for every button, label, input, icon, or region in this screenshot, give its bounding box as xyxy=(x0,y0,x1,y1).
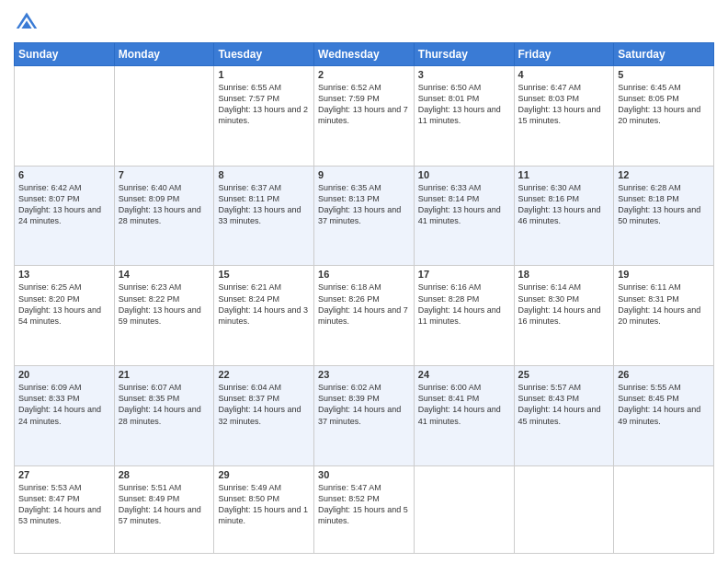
page: SundayMondayTuesdayWednesdayThursdayFrid… xyxy=(0,0,728,563)
day-info: Sunrise: 6:09 AM Sunset: 8:33 PM Dayligh… xyxy=(18,382,110,427)
day-info: Sunrise: 6:18 AM Sunset: 8:26 PM Dayligh… xyxy=(318,282,410,327)
calendar-cell: 7Sunrise: 6:40 AM Sunset: 8:09 PM Daylig… xyxy=(114,166,214,266)
day-number: 8 xyxy=(218,169,310,180)
day-number: 27 xyxy=(18,469,110,480)
calendar-cell: 13Sunrise: 6:25 AM Sunset: 8:20 PM Dayli… xyxy=(15,266,115,366)
day-number: 1 xyxy=(218,69,310,80)
header-day-tuesday: Tuesday xyxy=(214,43,314,66)
calendar-cell: 8Sunrise: 6:37 AM Sunset: 8:11 PM Daylig… xyxy=(214,166,314,266)
calendar-cell xyxy=(414,465,514,553)
calendar-cell: 22Sunrise: 6:04 AM Sunset: 8:37 PM Dayli… xyxy=(214,366,314,466)
day-info: Sunrise: 6:50 AM Sunset: 8:01 PM Dayligh… xyxy=(418,82,510,127)
day-info: Sunrise: 6:42 AM Sunset: 8:07 PM Dayligh… xyxy=(18,182,110,227)
header xyxy=(14,9,714,35)
day-number: 9 xyxy=(318,169,410,180)
day-info: Sunrise: 6:33 AM Sunset: 8:14 PM Dayligh… xyxy=(418,182,510,227)
calendar-cell: 9Sunrise: 6:35 AM Sunset: 8:13 PM Daylig… xyxy=(314,166,415,266)
calendar-cell: 19Sunrise: 6:11 AM Sunset: 8:31 PM Dayli… xyxy=(614,266,714,366)
day-number: 13 xyxy=(18,269,110,280)
calendar-cell: 30Sunrise: 5:47 AM Sunset: 8:52 PM Dayli… xyxy=(314,465,415,553)
day-number: 7 xyxy=(119,169,210,180)
day-number: 18 xyxy=(518,269,610,280)
day-number: 11 xyxy=(518,169,610,180)
calendar-cell: 12Sunrise: 6:28 AM Sunset: 8:18 PM Dayli… xyxy=(614,166,714,266)
day-number: 21 xyxy=(119,369,210,380)
day-number: 16 xyxy=(318,269,410,280)
day-info: Sunrise: 6:14 AM Sunset: 8:30 PM Dayligh… xyxy=(518,282,610,327)
day-number: 2 xyxy=(318,69,410,80)
calendar-cell: 20Sunrise: 6:09 AM Sunset: 8:33 PM Dayli… xyxy=(15,366,115,466)
calendar-header: SundayMondayTuesdayWednesdayThursdayFrid… xyxy=(15,43,714,66)
day-info: Sunrise: 6:30 AM Sunset: 8:16 PM Dayligh… xyxy=(518,182,610,227)
calendar-body: 1Sunrise: 6:55 AM Sunset: 7:57 PM Daylig… xyxy=(15,66,714,554)
week-row-2: 6Sunrise: 6:42 AM Sunset: 8:07 PM Daylig… xyxy=(15,166,714,266)
day-number: 24 xyxy=(418,369,510,380)
calendar-cell xyxy=(514,465,614,553)
calendar-cell xyxy=(15,66,115,167)
calendar-cell: 29Sunrise: 5:49 AM Sunset: 8:50 PM Dayli… xyxy=(214,465,314,553)
week-row-1: 1Sunrise: 6:55 AM Sunset: 7:57 PM Daylig… xyxy=(15,66,714,167)
logo xyxy=(14,9,43,35)
day-info: Sunrise: 6:23 AM Sunset: 8:22 PM Dayligh… xyxy=(119,282,210,327)
day-number: 30 xyxy=(318,469,410,480)
day-number: 12 xyxy=(618,169,710,180)
day-number: 28 xyxy=(119,469,210,480)
week-row-4: 20Sunrise: 6:09 AM Sunset: 8:33 PM Dayli… xyxy=(15,366,714,466)
day-info: Sunrise: 5:55 AM Sunset: 8:45 PM Dayligh… xyxy=(618,382,710,427)
calendar-cell: 1Sunrise: 6:55 AM Sunset: 7:57 PM Daylig… xyxy=(214,66,314,167)
day-info: Sunrise: 6:00 AM Sunset: 8:41 PM Dayligh… xyxy=(418,382,510,427)
header-day-thursday: Thursday xyxy=(414,43,514,66)
day-info: Sunrise: 5:51 AM Sunset: 8:49 PM Dayligh… xyxy=(119,482,210,527)
calendar-cell: 2Sunrise: 6:52 AM Sunset: 7:59 PM Daylig… xyxy=(314,66,415,167)
day-info: Sunrise: 6:07 AM Sunset: 8:35 PM Dayligh… xyxy=(119,382,210,427)
calendar-cell: 16Sunrise: 6:18 AM Sunset: 8:26 PM Dayli… xyxy=(314,266,415,366)
day-info: Sunrise: 6:45 AM Sunset: 8:05 PM Dayligh… xyxy=(618,82,710,127)
day-number: 15 xyxy=(218,269,310,280)
day-number: 23 xyxy=(318,369,410,380)
calendar-cell: 5Sunrise: 6:45 AM Sunset: 8:05 PM Daylig… xyxy=(614,66,714,167)
calendar-cell xyxy=(614,465,714,553)
header-day-sunday: Sunday xyxy=(15,43,115,66)
logo-icon xyxy=(14,9,40,35)
day-info: Sunrise: 5:49 AM Sunset: 8:50 PM Dayligh… xyxy=(218,482,310,527)
calendar-cell: 25Sunrise: 5:57 AM Sunset: 8:43 PM Dayli… xyxy=(514,366,614,466)
day-number: 3 xyxy=(418,69,510,80)
day-number: 4 xyxy=(518,69,610,80)
day-info: Sunrise: 5:53 AM Sunset: 8:47 PM Dayligh… xyxy=(18,482,110,527)
day-number: 6 xyxy=(18,169,110,180)
header-day-friday: Friday xyxy=(514,43,614,66)
calendar-cell: 10Sunrise: 6:33 AM Sunset: 8:14 PM Dayli… xyxy=(414,166,514,266)
calendar-cell: 4Sunrise: 6:47 AM Sunset: 8:03 PM Daylig… xyxy=(514,66,614,167)
day-number: 29 xyxy=(218,469,310,480)
day-number: 5 xyxy=(618,69,710,80)
day-number: 19 xyxy=(618,269,710,280)
calendar-cell: 21Sunrise: 6:07 AM Sunset: 8:35 PM Dayli… xyxy=(114,366,214,466)
week-row-5: 27Sunrise: 5:53 AM Sunset: 8:47 PM Dayli… xyxy=(15,465,714,553)
calendar-cell: 17Sunrise: 6:16 AM Sunset: 8:28 PM Dayli… xyxy=(414,266,514,366)
calendar-cell: 3Sunrise: 6:50 AM Sunset: 8:01 PM Daylig… xyxy=(414,66,514,167)
day-info: Sunrise: 6:02 AM Sunset: 8:39 PM Dayligh… xyxy=(318,382,410,427)
calendar-cell xyxy=(114,66,214,167)
day-info: Sunrise: 6:47 AM Sunset: 8:03 PM Dayligh… xyxy=(518,82,610,127)
day-info: Sunrise: 5:47 AM Sunset: 8:52 PM Dayligh… xyxy=(318,482,410,527)
header-day-wednesday: Wednesday xyxy=(314,43,415,66)
header-day-monday: Monday xyxy=(114,43,214,66)
day-number: 22 xyxy=(218,369,310,380)
calendar-table: SundayMondayTuesdayWednesdayThursdayFrid… xyxy=(14,42,714,554)
day-number: 25 xyxy=(518,369,610,380)
calendar-cell: 28Sunrise: 5:51 AM Sunset: 8:49 PM Dayli… xyxy=(114,465,214,553)
calendar-cell: 18Sunrise: 6:14 AM Sunset: 8:30 PM Dayli… xyxy=(514,266,614,366)
day-number: 20 xyxy=(18,369,110,380)
header-row: SundayMondayTuesdayWednesdayThursdayFrid… xyxy=(15,43,714,66)
day-info: Sunrise: 6:21 AM Sunset: 8:24 PM Dayligh… xyxy=(218,282,310,327)
calendar-cell: 6Sunrise: 6:42 AM Sunset: 8:07 PM Daylig… xyxy=(15,166,115,266)
calendar-cell: 11Sunrise: 6:30 AM Sunset: 8:16 PM Dayli… xyxy=(514,166,614,266)
week-row-3: 13Sunrise: 6:25 AM Sunset: 8:20 PM Dayli… xyxy=(15,266,714,366)
day-info: Sunrise: 6:37 AM Sunset: 8:11 PM Dayligh… xyxy=(218,182,310,227)
calendar-cell: 26Sunrise: 5:55 AM Sunset: 8:45 PM Dayli… xyxy=(614,366,714,466)
day-info: Sunrise: 6:11 AM Sunset: 8:31 PM Dayligh… xyxy=(618,282,710,327)
day-number: 10 xyxy=(418,169,510,180)
day-info: Sunrise: 5:57 AM Sunset: 8:43 PM Dayligh… xyxy=(518,382,610,427)
day-info: Sunrise: 6:28 AM Sunset: 8:18 PM Dayligh… xyxy=(618,182,710,227)
day-info: Sunrise: 6:25 AM Sunset: 8:20 PM Dayligh… xyxy=(18,282,110,327)
